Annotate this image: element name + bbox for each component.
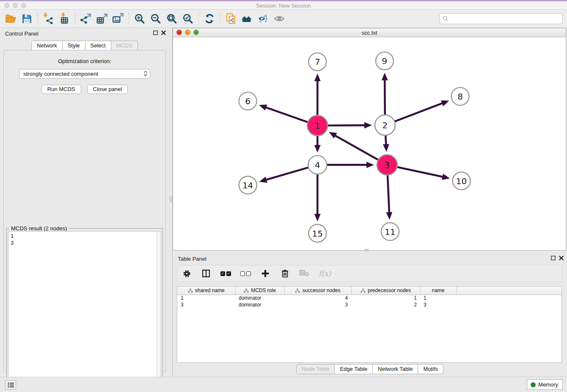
- table-cell[interactable]: 1: [177, 295, 235, 301]
- vertical-splitter[interactable]: [169, 28, 173, 376]
- task-history-button[interactable]: [5, 380, 16, 389]
- table-cell[interactable]: 3: [284, 301, 351, 308]
- node-label-11: 11: [385, 227, 395, 237]
- table-row[interactable]: 3dominator323: [177, 301, 561, 308]
- tab-node-table[interactable]: Node Table: [296, 364, 335, 374]
- column-header-successor-nodes[interactable]: successor nodes: [284, 287, 351, 295]
- tab-network-table[interactable]: Network Table: [373, 364, 418, 374]
- edge-arrowhead: [314, 74, 321, 81]
- memory-label: Memory: [538, 381, 558, 388]
- search-input[interactable]: [449, 16, 562, 22]
- column-header-shared-name[interactable]: shared name: [177, 287, 235, 295]
- table-row[interactable]: 1dominator411: [177, 295, 561, 301]
- network-frame-titlebar[interactable]: × − + scc.txt: [173, 28, 566, 37]
- export-image-button[interactable]: [110, 11, 126, 26]
- splitter-grip[interactable]: [170, 196, 172, 202]
- apply-preferred-layout-button[interactable]: [201, 11, 217, 26]
- edge-arrowhead: [383, 144, 389, 152]
- export-network-icon: [80, 13, 92, 25]
- export-table-button[interactable]: [94, 11, 110, 26]
- edge-arrowhead: [441, 100, 449, 106]
- table-panel-title: Table Panel: [178, 256, 206, 262]
- mcds-result-text[interactable]: 1 3: [8, 231, 161, 388]
- hide-selected-button[interactable]: [255, 11, 271, 26]
- memory-button[interactable]: Memory: [527, 379, 563, 390]
- tab-select[interactable]: Select: [85, 41, 111, 51]
- tab-style[interactable]: Style: [63, 41, 85, 51]
- select-all-columns-button[interactable]: ✓ ✓: [220, 271, 231, 276]
- table-cell[interactable]: 3: [420, 301, 456, 308]
- open-session-button[interactable]: [3, 11, 19, 26]
- criterion-select[interactable]: strongly connected component: [19, 69, 150, 79]
- edge-arrowhead: [314, 214, 321, 221]
- float-panel-icon[interactable]: [551, 256, 556, 260]
- show-all-hidden-button[interactable]: [271, 11, 287, 26]
- zoom-in-button[interactable]: [132, 11, 148, 26]
- node-label-4: 4: [315, 160, 320, 170]
- close-panel-icon[interactable]: [559, 256, 564, 260]
- unchecked-box-icon: [240, 271, 245, 276]
- canvas-splitter-grip[interactable]: [365, 249, 369, 251]
- table-cell[interactable]: dominator: [235, 295, 284, 301]
- plus-icon: [261, 269, 270, 278]
- unchecked-box-icon: [246, 271, 251, 276]
- close-panel-button[interactable]: Close panel: [87, 85, 128, 94]
- toolbar-separator: [75, 12, 75, 25]
- table-cell[interactable]: 2: [351, 301, 420, 308]
- table-cell[interactable]: 1: [351, 295, 420, 301]
- mcds-tab-content: Optimization criterion: strongly connect…: [3, 50, 166, 372]
- float-panel-icon[interactable]: [153, 30, 158, 35]
- run-mcds-button[interactable]: Run MCDS: [41, 85, 81, 94]
- show-columns-button[interactable]: [201, 268, 211, 279]
- node-table-body: 1dominator4113dominator323: [177, 295, 561, 308]
- new-network-from-selection-button[interactable]: [223, 11, 239, 26]
- zoom-fit-icon: [166, 13, 178, 25]
- table-cell[interactable]: dominator: [235, 301, 284, 308]
- columns-icon: [202, 269, 210, 278]
- import-table-from-file-button[interactable]: [56, 11, 72, 26]
- column-header-filler: [456, 287, 561, 295]
- column-header-mcds-role[interactable]: MCDS role: [235, 287, 284, 295]
- first-neighbors-button[interactable]: [239, 11, 255, 26]
- node-label-9: 9: [382, 56, 388, 66]
- edge-arrowhead: [364, 122, 372, 128]
- save-session-button[interactable]: [19, 11, 35, 26]
- result-scrollbar[interactable]: [156, 232, 161, 387]
- zoom-selected-region-button[interactable]: [180, 11, 196, 26]
- delete-columns-button[interactable]: [280, 268, 290, 279]
- table-options-gear-button[interactable]: [182, 268, 192, 279]
- edge-arrowhead: [382, 73, 388, 80]
- network-view-frame: × − + scc.txt 7968124314101511: [173, 28, 566, 251]
- houses-icon: [241, 13, 253, 25]
- tab-network[interactable]: Network: [31, 41, 63, 51]
- function-builder-button[interactable]: f(x): [319, 269, 331, 278]
- zoom-fit-content-button[interactable]: [164, 11, 180, 26]
- delete-table-button[interactable]: [299, 268, 309, 279]
- search-field[interactable]: [439, 13, 563, 24]
- zoom-out-button[interactable]: [148, 11, 164, 26]
- create-new-column-button[interactable]: [260, 268, 270, 279]
- table-cell[interactable]: 4: [284, 295, 351, 301]
- checked-box-icon: ✓: [226, 271, 231, 276]
- zoom-in-icon: [134, 13, 146, 25]
- import-network-icon: [42, 13, 54, 25]
- column-header-predecessor-nodes[interactable]: predecessor nodes: [351, 287, 420, 295]
- network-frame-title: scc.txt: [173, 30, 566, 36]
- export-network-button[interactable]: [78, 11, 94, 26]
- network-canvas[interactable]: 7968124314101511: [173, 37, 566, 250]
- combobox-chevrons-icon: [144, 71, 147, 76]
- edge-arrowhead: [442, 174, 450, 180]
- import-network-from-file-button[interactable]: [40, 11, 56, 26]
- table-toolbar: ✓ ✓: [177, 265, 562, 282]
- tab-mcds[interactable]: MCDS: [111, 41, 138, 51]
- hierarchy-icon: [295, 288, 300, 293]
- tab-edge-table[interactable]: Edge Table: [335, 364, 373, 374]
- table-cell[interactable]: 3: [177, 301, 235, 308]
- column-header-name[interactable]: name: [420, 287, 456, 295]
- application-window: Session: New Session: [0, 0, 567, 392]
- close-panel-icon[interactable]: [161, 30, 166, 35]
- deselect-all-columns-button[interactable]: [240, 271, 251, 276]
- tab-motifs[interactable]: Motifs: [418, 364, 443, 374]
- table-cell[interactable]: 1: [420, 295, 456, 301]
- edge-arrowhead: [366, 162, 374, 168]
